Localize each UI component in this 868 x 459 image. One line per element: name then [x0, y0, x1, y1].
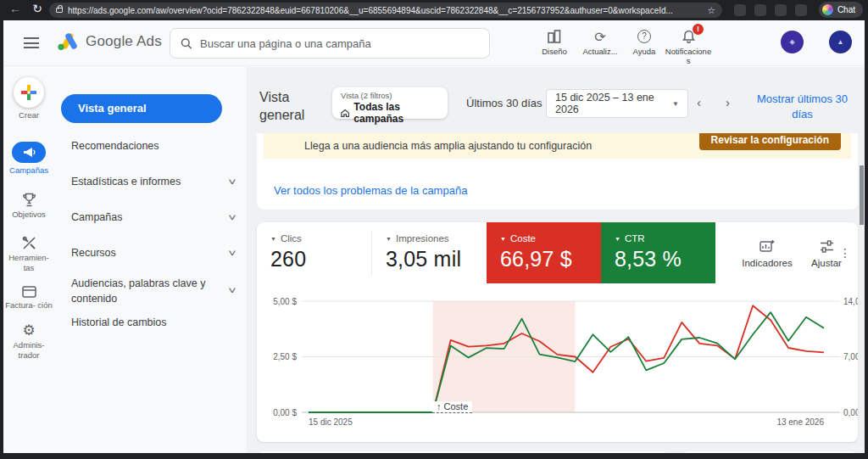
chevron-down-icon: ˅ — [228, 249, 236, 258]
rail-label: Objetivos — [3, 210, 54, 219]
vertical-scrollbar[interactable] — [860, 165, 864, 225]
recommendation-card[interactable]: Recomendación ⋮ — [257, 451, 669, 453]
view-filter-value: Todas las campañas — [353, 101, 439, 125]
sidebar: Vista general Recomendaciones Estadístic… — [54, 67, 248, 453]
back-icon[interactable]: ← — [7, 2, 24, 15]
metric-dropdown-icon[interactable]: ▼ — [386, 236, 392, 242]
brand-name: Google Ads — [86, 33, 162, 50]
profile-name: Chat — [837, 5, 855, 14]
indicators-button[interactable]: Indicadores — [737, 238, 798, 268]
campaigns-card[interactable]: Campañas ⋮ — [682, 451, 858, 453]
rail-label: Adminis- trador — [3, 340, 54, 360]
dropdown-arrow-icon: ▼ — [672, 100, 679, 108]
review-settings-button[interactable]: Revisar la configuración — [699, 133, 841, 150]
navigation-rail: Crear Campañas Objetivos Herramien- tas — [3, 67, 54, 453]
profile-avatar-icon — [822, 4, 833, 15]
metric-value: 66,97 $ — [500, 247, 601, 271]
reload-icon[interactable]: ↻ — [29, 2, 46, 15]
indicators-label: Indicadores — [737, 258, 798, 268]
date-range-select[interactable]: 15 dic 2025 – 13 ene 2026 ▼ — [546, 89, 688, 118]
chart-annotation[interactable]: ↑ Coste — [432, 401, 472, 413]
menu-icon[interactable] — [24, 37, 39, 48]
sidebar-item-vista-general[interactable]: Vista general — [61, 94, 222, 123]
rail-item-objetivos[interactable]: Objetivos — [3, 193, 54, 219]
sidebar-item-audiencias[interactable]: Audiencias, palabras clave y contenido ˅ — [71, 276, 235, 306]
performance-chart[interactable]: 5,00 $2,50 $0,00 $14,00 %7,00 %0,00 %15 … — [257, 292, 858, 436]
metric-impresiones[interactable]: ▼Impresiones 3,05 mil — [372, 222, 487, 283]
metric-clics[interactable]: ▼Clics 260 — [257, 222, 371, 283]
search-box[interactable] — [170, 28, 490, 59]
svg-text:14,00 %: 14,00 % — [843, 297, 858, 306]
metric-dropdown-icon[interactable]: ▼ — [270, 236, 276, 242]
chevron-down-icon: ˅ — [228, 285, 236, 298]
metric-value: 260 — [270, 247, 371, 271]
card-menu-icon[interactable]: ⋮ — [839, 246, 851, 260]
rail-item-administrador[interactable]: ⚙ Adminis- trador — [3, 323, 54, 360]
app-header: Google Ads Diseño ⟳ Actualiz... — [3, 20, 865, 66]
sidebar-item-recomendaciones[interactable]: Recomendaciones — [71, 140, 235, 152]
view-filter-chip[interactable]: Vista (2 filtros) Todas las campañas — [332, 87, 448, 119]
issues-card: Llega a una audiencia más amplia ajustan… — [257, 133, 858, 210]
google-ads-app: Google Ads Diseño ⟳ Actualiz... — [3, 20, 865, 453]
metric-dropdown-icon[interactable]: ▼ — [500, 236, 506, 242]
bell-icon: ! — [665, 28, 712, 45]
chevron-down-icon: ˅ — [228, 177, 236, 187]
refresh-button[interactable]: ⟳ Actualiz... — [576, 28, 624, 57]
refresh-icon: ⟳ — [576, 28, 624, 45]
notification-badge: ! — [693, 24, 704, 35]
rail-item-crear[interactable]: Crear — [3, 77, 54, 120]
campaign-issues-link[interactable]: Ver todos los problemas de la campaña — [274, 184, 467, 197]
extension-icon[interactable] — [734, 4, 746, 16]
page-title: Vista general — [259, 89, 319, 125]
brand[interactable]: Google Ads — [56, 32, 162, 51]
metric-value: 3,05 mil — [386, 247, 487, 271]
workspace-avatar[interactable]: ◈ — [781, 31, 804, 53]
svg-text:7,00 %: 7,00 % — [843, 352, 858, 361]
design-label: Diseño — [531, 48, 578, 57]
extension-icon[interactable] — [754, 4, 766, 16]
sidebar-item-estadisticas[interactable]: Estadísticas e informes ˅ — [71, 176, 235, 188]
search-input[interactable] — [200, 37, 479, 50]
metric-dropdown-icon[interactable]: ▼ — [615, 236, 620, 242]
sidebar-item-recursos[interactable]: Recursos ˅ — [71, 247, 235, 259]
metric-coste[interactable]: ▼Coste 66,97 $ — [487, 222, 601, 283]
create-plus-icon — [14, 77, 44, 108]
date-range-value: 15 dic 2025 – 13 ene 2026 — [555, 92, 672, 115]
svg-text:15 dic 2025: 15 dic 2025 — [309, 417, 353, 427]
rail-item-facturacion[interactable]: Factura- ción — [3, 286, 54, 310]
bookmark-star-icon[interactable]: ☆ — [707, 5, 715, 16]
megaphone-icon — [12, 142, 46, 163]
rail-label: Campañas — [3, 165, 54, 175]
svg-text:0,00 %: 0,00 % — [843, 408, 858, 417]
metric-ctr[interactable]: ▼CTR 8,53 % — [601, 222, 715, 283]
show-last-30-days-link[interactable]: Mostrar últimos 30 días — [749, 92, 855, 121]
rail-item-campanas[interactable]: Campañas — [3, 142, 54, 175]
browser-window: ← ↻ https://ads.google.com/aw/overview?o… — [0, 0, 868, 459]
refresh-label: Actualiz... — [576, 48, 624, 57]
design-button[interactable]: Diseño — [531, 28, 578, 57]
help-label: Ayuda — [620, 48, 668, 57]
rail-item-herramientas[interactable]: Herramien- tas — [3, 236, 54, 272]
sidebar-item-campanas[interactable]: Campañas ˅ — [71, 211, 235, 223]
google-ads-logo-icon — [56, 32, 78, 51]
svg-text:2,50 $: 2,50 $ — [273, 352, 297, 361]
svg-text:5,00 $: 5,00 $ — [273, 297, 297, 306]
extension-icon[interactable] — [775, 4, 787, 16]
extension-icon[interactable] — [795, 4, 807, 16]
account-avatar[interactable]: ▲ — [829, 31, 852, 53]
wallet-icon — [3, 286, 54, 298]
date-range-label: Últimos 30 días — [466, 97, 542, 109]
sidebar-item-historial[interactable]: Historial de cambios — [71, 316, 235, 328]
help-button[interactable]: ? Ayuda — [620, 28, 668, 57]
next-period-button[interactable]: › — [726, 95, 730, 109]
profile-chip[interactable]: Chat — [819, 2, 863, 18]
rail-label: Crear — [3, 110, 54, 120]
address-bar[interactable]: https://ads.google.com/aw/overview?ocid=… — [49, 3, 722, 18]
rail-label: Herramien- tas — [3, 253, 54, 272]
view-filter-label: Vista (2 filtros) — [341, 91, 439, 100]
url-text[interactable]: https://ads.google.com/aw/overview?ocid=… — [68, 6, 702, 15]
lock-icon — [56, 8, 63, 13]
design-icon — [531, 28, 578, 45]
notifications-button[interactable]: ! Notificaciones — [665, 28, 712, 66]
prev-period-button[interactable]: ‹ — [697, 95, 701, 109]
